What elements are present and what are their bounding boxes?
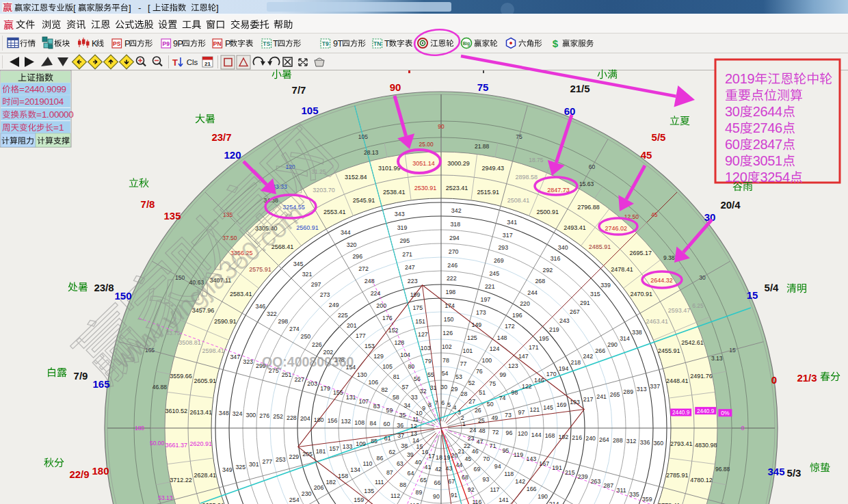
svg-text:3152.84: 3152.84: [345, 174, 367, 181]
svg-text:203: 203: [307, 380, 317, 387]
svg-text:2: 2: [461, 414, 464, 421]
svg-text:49: 49: [491, 414, 498, 421]
svg-text:89: 89: [416, 489, 423, 496]
svg-text:77: 77: [460, 360, 467, 367]
svg-text:229: 229: [289, 453, 300, 460]
svg-text:75: 75: [477, 81, 489, 93]
svg-text:348: 348: [219, 410, 229, 416]
svg-text:296: 296: [352, 253, 362, 260]
svg-text:193: 193: [570, 399, 580, 406]
svg-text:59: 59: [386, 407, 393, 414]
svg-text:94: 94: [494, 463, 501, 470]
svg-text:316: 316: [551, 255, 561, 262]
svg-text:21: 21: [458, 448, 465, 455]
svg-text:313: 313: [637, 386, 647, 393]
svg-text:120: 120: [518, 430, 528, 437]
svg-text:2440.9: 2440.9: [672, 409, 690, 416]
svg-text:267: 267: [570, 308, 580, 315]
svg-text:4: 4: [725, 120, 732, 135]
svg-text:192: 192: [559, 434, 569, 440]
svg-text:4: 4: [767, 137, 775, 152]
svg-text:111: 111: [375, 479, 384, 486]
svg-text:2: 2: [725, 71, 732, 86]
svg-text:102: 102: [442, 343, 452, 350]
svg-text:=: =: [53, 122, 59, 133]
svg-text:191: 191: [552, 464, 562, 471]
svg-text:180: 180: [314, 416, 324, 423]
svg-text:67: 67: [448, 478, 455, 485]
svg-text:319: 319: [397, 224, 408, 231]
svg-text:247: 247: [405, 264, 415, 271]
svg-text:295: 295: [399, 237, 410, 244]
svg-text:177: 177: [356, 332, 366, 339]
svg-text:T9: T9: [322, 40, 329, 47]
svg-text:250: 250: [301, 333, 311, 340]
svg-text:269: 269: [494, 257, 504, 264]
svg-text:TN: TN: [373, 40, 381, 47]
svg-text:P: P: [225, 39, 230, 49]
svg-text:301: 301: [249, 461, 259, 468]
svg-text:22: 22: [464, 442, 471, 449]
svg-text:199: 199: [410, 291, 421, 298]
svg-text:80: 80: [408, 363, 414, 370]
svg-text:27: 27: [468, 398, 475, 405]
svg-text:149: 149: [472, 321, 482, 328]
svg-text:42: 42: [435, 466, 442, 473]
svg-text:226: 226: [312, 341, 322, 348]
svg-text:135: 135: [163, 210, 181, 222]
svg-text:=: =: [36, 109, 42, 120]
svg-text:293: 293: [498, 244, 508, 251]
svg-text:2538.41: 2538.41: [383, 189, 406, 196]
svg-text:320: 320: [347, 241, 357, 248]
svg-text:0: 0: [732, 104, 740, 119]
svg-text:109: 109: [356, 440, 366, 447]
svg-text:343: 343: [395, 211, 405, 217]
svg-text:205: 205: [302, 451, 313, 457]
svg-text:4: 4: [453, 404, 456, 411]
svg-text:288: 288: [613, 437, 623, 444]
svg-text:=: =: [19, 96, 25, 107]
svg-text:5: 5: [775, 170, 782, 185]
svg-text:180: 180: [135, 425, 144, 432]
svg-text:2508.41: 2508.41: [507, 197, 530, 204]
svg-text:181: 181: [316, 448, 326, 455]
svg-text:38: 38: [401, 442, 408, 449]
svg-text:347: 347: [230, 354, 240, 360]
svg-text:20/4: 20/4: [720, 199, 741, 211]
svg-text:107: 107: [359, 398, 369, 405]
svg-text:268: 268: [535, 278, 545, 284]
svg-text:35: 35: [399, 412, 406, 419]
svg-text:29: 29: [451, 386, 458, 393]
svg-text:124: 124: [490, 345, 500, 352]
svg-text:39: 39: [407, 451, 414, 458]
svg-text:132: 132: [341, 418, 351, 425]
svg-text:2523.41: 2523.41: [446, 185, 468, 191]
svg-text:52: 52: [468, 380, 475, 386]
svg-text:9: 9: [725, 153, 732, 168]
svg-text:43: 43: [446, 465, 453, 472]
svg-text:86: 86: [377, 455, 384, 462]
svg-text:2545.91: 2545.91: [353, 197, 375, 204]
svg-text:322: 322: [267, 310, 277, 317]
svg-text:3: 3: [760, 170, 768, 185]
svg-text:121: 121: [530, 406, 540, 413]
svg-text:2613.41: 2613.41: [190, 409, 213, 416]
svg-text:6.25: 6.25: [692, 302, 704, 309]
svg-text:85: 85: [371, 438, 377, 445]
svg-text:123: 123: [508, 362, 518, 369]
svg-text:71: 71: [490, 442, 496, 449]
svg-text:16: 16: [422, 449, 429, 455]
svg-text:120: 120: [224, 149, 241, 161]
svg-text:K: K: [92, 39, 98, 49]
svg-text:7: 7: [775, 137, 782, 152]
svg-text:95: 95: [502, 447, 509, 454]
svg-text:2628.41: 2628.41: [194, 472, 217, 479]
svg-text:73: 73: [505, 412, 512, 419]
svg-text:15: 15: [729, 347, 736, 354]
svg-text:9: 9: [422, 405, 425, 412]
svg-text:152: 152: [388, 327, 399, 334]
svg-text:3000.29: 3000.29: [447, 160, 470, 167]
svg-text:4: 4: [767, 104, 775, 119]
svg-text:146: 146: [534, 377, 544, 384]
svg-text:360: 360: [653, 440, 663, 447]
